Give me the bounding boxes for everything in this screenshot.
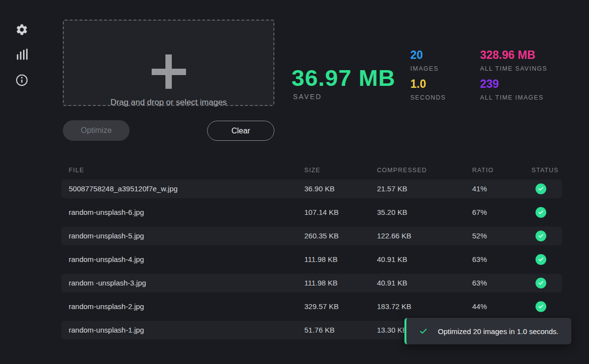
dropzone-label: Drag and drop or select images [64, 98, 273, 107]
cell-file: random-unsplash-1.jpg [69, 321, 144, 339]
table-row: random-unsplash-6.jpg 107.14 KB 35.20 KB… [61, 203, 562, 222]
cell-file: random -unsplash-3.jpg [69, 274, 146, 292]
stat-alltime-images-label: ALL TIME IMAGES [480, 94, 578, 101]
status-check-icon [535, 254, 546, 265]
stat-alltime-savings-label: ALL TIME SAVINGS [480, 65, 578, 72]
stat-alltime-images-value: 239 [480, 78, 578, 91]
cell-file: random-unsplash-5.jpg [69, 227, 144, 245]
image-dropzone[interactable]: Drag and drop or select images [63, 20, 274, 106]
cell-status [535, 183, 546, 194]
cell-status [535, 301, 546, 312]
file-table-header: FILE SIZE COMPRESSED RATIO STATUS [61, 165, 562, 180]
sidebar [0, 0, 43, 364]
cell-compressed: 122.66 KB [377, 227, 411, 245]
header-status: STATUS [532, 167, 559, 174]
cell-ratio: 41% [472, 180, 487, 198]
cell-size: 111.98 KB [304, 274, 338, 292]
toast-notification: Optimized 20 images in 1.0 seconds. [404, 318, 571, 344]
cell-size: 111.98 KB [304, 250, 338, 269]
cell-compressed: 13.30 KB [377, 321, 407, 339]
cell-status [535, 254, 546, 265]
status-check-icon [535, 301, 546, 312]
cell-ratio: 63% [472, 274, 487, 292]
cell-size: 51.76 KB [304, 321, 335, 339]
cell-size: 36.90 KB [304, 180, 335, 198]
table-row: random-unsplash-5.jpg 260.35 KB 122.66 K… [61, 227, 562, 245]
cell-ratio: 52% [472, 227, 487, 245]
saved-amount: 36.97 MB [292, 64, 396, 91]
cell-status [535, 278, 546, 288]
cell-status [535, 207, 546, 218]
cell-ratio: 67% [472, 203, 487, 222]
cell-ratio: 63% [472, 250, 487, 269]
cell-file: random-unsplash-2.jpg [69, 297, 144, 316]
settings-gear-icon[interactable] [15, 23, 28, 36]
table-row: 50087758248_a395120f7e_w.jpg 36.90 KB 21… [61, 180, 562, 198]
cell-file: random-unsplash-4.jpg [69, 250, 144, 269]
table-row: random -unsplash-3.jpg 111.98 KB 40.91 K… [61, 274, 562, 292]
header-size: SIZE [304, 167, 321, 174]
toast-message: Optimized 20 images in 1.0 seconds. [438, 327, 559, 336]
cell-compressed: 183.72 KB [377, 297, 411, 316]
cell-file: 50087758248_a395120f7e_w.jpg [69, 180, 178, 198]
status-check-icon [535, 183, 546, 194]
saved-label: SAVED [293, 93, 322, 101]
table-row: random-unsplash-2.jpg 329.57 KB 183.72 K… [61, 297, 562, 316]
header-file: FILE [69, 167, 84, 174]
cell-compressed: 40.91 KB [377, 274, 407, 292]
cell-ratio: 44% [472, 297, 487, 316]
bar-chart-icon[interactable] [15, 48, 28, 61]
clear-button[interactable]: Clear [207, 121, 274, 141]
header-ratio: RATIO [472, 167, 494, 174]
status-check-icon [535, 231, 546, 241]
header-compressed: COMPRESSED [377, 167, 427, 174]
cell-compressed: 35.20 KB [377, 203, 407, 222]
optimize-button[interactable]: Optimize [63, 120, 130, 141]
file-table-body: 50087758248_a395120f7e_w.jpg 36.90 KB 21… [61, 180, 562, 339]
cell-compressed: 21.57 KB [377, 180, 407, 198]
toast-check-icon [419, 327, 428, 336]
cell-status [535, 231, 546, 241]
status-check-icon [535, 278, 546, 288]
cell-size: 329.57 KB [304, 297, 339, 316]
info-icon[interactable] [15, 74, 28, 87]
stat-alltime-images: 239 ALL TIME IMAGES [480, 78, 578, 101]
cell-compressed: 40.91 KB [377, 250, 407, 269]
status-check-icon [535, 207, 546, 218]
cell-size: 260.35 KB [304, 227, 339, 245]
cell-file: random-unsplash-6.jpg [69, 203, 144, 222]
table-row: random-unsplash-4.jpg 111.98 KB 40.91 KB… [61, 250, 562, 269]
stat-alltime-savings: 328.96 MB ALL TIME SAVINGS [480, 49, 578, 72]
cell-size: 107.14 KB [304, 203, 339, 222]
stat-alltime-savings-value: 328.96 MB [480, 49, 578, 62]
